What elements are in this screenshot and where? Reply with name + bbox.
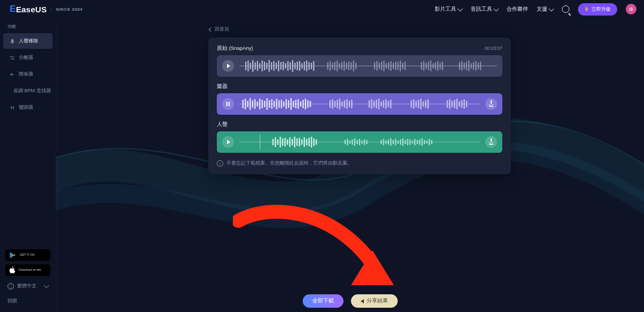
svg-rect-94: [269, 100, 270, 108]
waveform-instrument[interactable]: [239, 97, 480, 111]
sidebar-item-denoiser[interactable]: 降噪器: [3, 66, 53, 82]
svg-rect-158: [291, 139, 292, 145]
svg-rect-26: [295, 63, 296, 69]
svg-rect-197: [424, 140, 425, 144]
svg-rect-177: [364, 139, 365, 145]
svg-rect-182: [388, 139, 389, 145]
back-link[interactable]: 回首頁: [209, 26, 229, 33]
svg-rect-106: [298, 99, 299, 109]
waveform-original[interactable]: [239, 59, 497, 73]
svg-rect-163: [304, 137, 305, 147]
svg-rect-99: [281, 100, 282, 108]
svg-rect-162: [301, 139, 302, 145]
svg-rect-196: [421, 138, 422, 146]
svg-rect-152: [277, 139, 279, 145]
share-results-button[interactable]: 分享結果: [351, 294, 398, 308]
download-all-button[interactable]: 全部下載: [303, 294, 343, 308]
svg-rect-161: [299, 138, 300, 146]
svg-rect-115: [336, 100, 338, 108]
chevron-down-icon: [549, 6, 554, 11]
waveform-vocal[interactable]: [239, 135, 480, 149]
svg-rect-14: [266, 63, 267, 69]
sidebar-item-pitch-changer[interactable]: 變調器: [3, 100, 53, 115]
svg-rect-16: [271, 62, 272, 70]
svg-point-2: [13, 58, 14, 60]
playhead[interactable]: [260, 135, 260, 150]
download-button-vocal[interactable]: [485, 136, 497, 148]
svg-rect-181: [385, 140, 386, 144]
svg-rect-89: [257, 101, 258, 107]
svg-rect-34: [313, 61, 314, 71]
app-store-badge[interactable]: Download on theApp Store: [5, 264, 50, 276]
sliders-icon: [10, 55, 15, 61]
language-selector[interactable]: 繁體中文: [5, 279, 50, 293]
svg-rect-28: [299, 61, 300, 71]
svg-rect-143: [454, 100, 455, 108]
adjust-icon: [10, 105, 15, 110]
nav-audio-tools[interactable]: 音訊工具: [471, 5, 498, 13]
svg-rect-134: [415, 101, 416, 107]
svg-rect-55: [390, 61, 391, 71]
play-icon: [227, 140, 230, 144]
svg-rect-78: [473, 62, 474, 70]
svg-rect-123: [371, 99, 372, 109]
svg-rect-176: [361, 140, 362, 144]
nav-partners[interactable]: 合作夥伴: [507, 5, 528, 13]
svg-rect-97: [276, 99, 277, 109]
svg-rect-12: [261, 61, 262, 71]
svg-rect-122: [369, 100, 370, 108]
svg-rect-116: [339, 99, 340, 109]
svg-rect-178: [366, 140, 367, 144]
svg-rect-77: [471, 63, 472, 69]
nav-video-tools[interactable]: 影片工具: [435, 5, 462, 13]
avatar[interactable]: 偉: [626, 4, 636, 14]
svg-rect-42: [343, 61, 345, 71]
play-button-original[interactable]: [222, 60, 234, 72]
pause-button-instrument[interactable]: [222, 98, 234, 110]
google-play-badge[interactable]: GET IT ONGoogle Play: [5, 249, 50, 261]
svg-rect-199: [429, 139, 430, 145]
download-button-instrument[interactable]: [485, 98, 497, 110]
svg-rect-200: [431, 140, 432, 144]
play-button-vocal[interactable]: [222, 136, 234, 148]
svg-rect-111: [310, 101, 311, 107]
svg-rect-32: [309, 62, 310, 70]
upgrade-button[interactable]: ♛立即升級: [578, 3, 617, 16]
feedback-link[interactable]: 回饋: [5, 296, 50, 307]
svg-rect-195: [419, 139, 420, 145]
svg-rect-126: [378, 99, 379, 109]
svg-rect-8: [252, 60, 253, 72]
svg-rect-193: [414, 139, 415, 145]
svg-rect-127: [380, 101, 382, 107]
svg-rect-151: [275, 137, 276, 147]
original-track-title: 原始 (SnapAny): [217, 45, 253, 52]
svg-rect-91: [261, 100, 262, 108]
svg-rect-113: [332, 99, 333, 109]
svg-rect-76: [469, 61, 470, 71]
brand-logo: EEaseUS SINCE 2004: [10, 4, 83, 14]
sidebar-item-vocal-remover[interactable]: 人聲移除: [3, 33, 53, 49]
svg-rect-23: [287, 61, 288, 71]
svg-rect-175: [359, 139, 360, 145]
svg-rect-114: [334, 101, 335, 107]
svg-rect-147: [464, 99, 465, 109]
svg-rect-59: [400, 61, 401, 71]
search-button[interactable]: [562, 5, 569, 13]
svg-rect-168: [316, 139, 317, 145]
info-note: i 不要忘記下載檔案。當您離開此頁面時，它們將自動丟棄。: [217, 160, 502, 167]
vocal-track-title: 人聲: [217, 121, 502, 128]
sidebar-item-bpm-finder[interactable]: 音調 BPM 查找器: [3, 83, 53, 99]
svg-rect-87: [252, 100, 253, 108]
svg-rect-17: [273, 61, 274, 71]
svg-rect-85: [247, 101, 248, 107]
sidebar-item-splitter[interactable]: 分離器: [3, 50, 53, 65]
main-area: 回首頁 原始 (SnapAny) 00:03:07: [56, 18, 644, 312]
svg-rect-95: [271, 99, 272, 109]
svg-rect-172: [352, 139, 353, 145]
svg-rect-120: [349, 101, 350, 107]
svg-rect-69: [437, 61, 438, 71]
svg-rect-7: [250, 63, 251, 69]
annotation-arrow: [233, 199, 394, 307]
nav-support[interactable]: 支援: [537, 5, 553, 13]
bottom-actions: 全部下載 分享結果: [56, 294, 644, 308]
